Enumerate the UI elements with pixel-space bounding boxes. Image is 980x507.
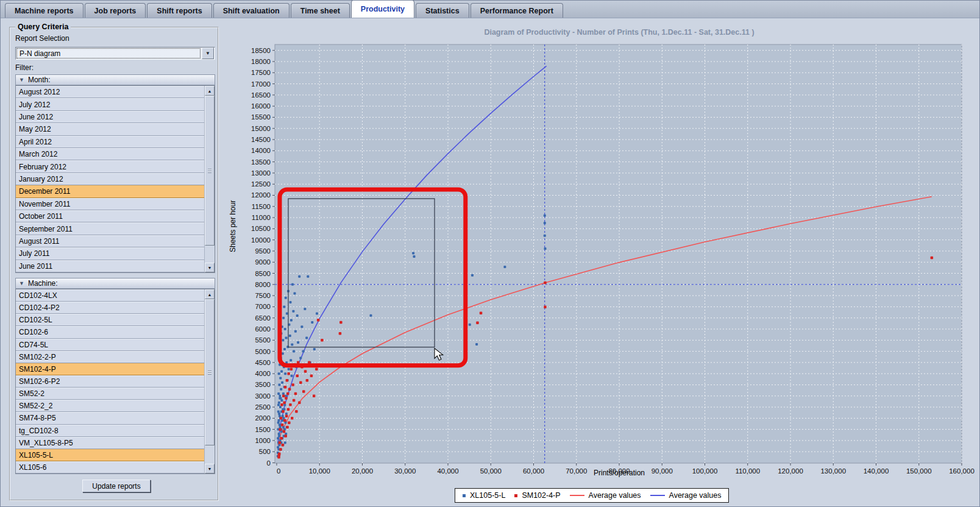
machine-section-header[interactable]: ▼ Machine:	[15, 278, 215, 289]
machine-list-scrollbar[interactable]: ▲ ▼	[204, 289, 215, 473]
scrollbar-thumb[interactable]	[205, 96, 215, 246]
app-window: Machine reportsJob reportsShift reportsS…	[0, 0, 980, 507]
month-list-item[interactable]: May 2012	[16, 123, 204, 135]
chart-legend: XL105-5-LSM102-4-PAverage valuesAverage …	[455, 488, 729, 503]
tab-time-sheet[interactable]: Time sheet	[291, 3, 350, 18]
machine-list-item[interactable]: tg_CD102-8	[16, 425, 204, 437]
scroll-up-button[interactable]: ▲	[205, 86, 215, 96]
thumb-grip-icon	[208, 370, 211, 375]
month-list-item[interactable]: October 2011	[16, 210, 204, 222]
svg-text:18000: 18000	[251, 58, 271, 65]
plot-area[interactable]	[275, 44, 962, 463]
tab-job-reports[interactable]: Job reports	[85, 3, 146, 18]
tab-machine-reports[interactable]: Machine reports	[5, 3, 83, 18]
productivity-chart[interactable]: 0500100015002000250030003500400045005000…	[225, 21, 980, 507]
month-section-header[interactable]: ▼ Month:	[15, 74, 215, 85]
svg-text:16500: 16500	[251, 91, 271, 99]
report-selection-label: Report Selection	[15, 34, 69, 43]
machine-list-item[interactable]: SM102-6-P2	[16, 375, 204, 388]
scroll-up-button[interactable]: ▲	[205, 289, 215, 299]
month-list-item[interactable]: February 2012	[16, 160, 204, 172]
x-axis-label: Prints/operation	[277, 469, 962, 477]
scroll-down-button[interactable]: ▼	[205, 464, 215, 473]
month-list-item[interactable]: November 2011	[16, 198, 204, 210]
tab-statistics[interactable]: Statistics	[416, 3, 469, 18]
update-reports-button[interactable]: Update reports	[82, 480, 151, 492]
machine-list-item[interactable]: XL105-6	[16, 461, 204, 473]
svg-text:12000: 12000	[251, 191, 271, 199]
svg-text:14000: 14000	[251, 147, 271, 154]
svg-text:6000: 6000	[255, 325, 271, 333]
machine-list-item[interactable]: SM74-8-P5	[16, 412, 204, 424]
svg-text:500: 500	[259, 448, 271, 455]
tab-productivity[interactable]: Productivity	[351, 0, 414, 18]
svg-text:0: 0	[267, 459, 271, 467]
svg-text:3500: 3500	[255, 381, 271, 388]
svg-text:17000: 17000	[251, 80, 271, 88]
report-selection-combo[interactable]: P-N diagram ▼	[15, 47, 215, 60]
svg-text:4500: 4500	[255, 359, 271, 366]
svg-text:13000: 13000	[251, 169, 271, 177]
scrollbar-thumb[interactable]	[205, 299, 215, 445]
month-list-item[interactable]: July 2011	[16, 247, 204, 260]
thumb-grip-icon	[208, 169, 211, 173]
month-list-item[interactable]: August 2011	[16, 235, 204, 247]
month-list: August 2012July 2012June 2012May 2012Apr…	[15, 85, 215, 273]
month-list-item[interactable]: August 2012	[16, 86, 204, 98]
month-list-item[interactable]: January 2012	[16, 173, 204, 185]
legend-item-xl105-5-l: XL105-5-L	[463, 491, 505, 500]
machine-list-item[interactable]: SM102-2-P	[16, 351, 204, 363]
svg-text:6500: 6500	[255, 314, 271, 322]
machine-list-item[interactable]: CD102-5L	[16, 314, 204, 326]
legend-line-icon	[570, 495, 584, 496]
month-list-item[interactable]: June 2011	[16, 260, 204, 272]
svg-text:11000: 11000	[252, 214, 271, 221]
svg-text:5500: 5500	[255, 336, 271, 344]
month-list-item[interactable]: June 2012	[16, 111, 204, 123]
month-header-label: Month:	[28, 76, 51, 84]
collapse-triangle-icon: ▼	[19, 281, 24, 286]
machine-list-item[interactable]: VM_XL105-8-P5	[16, 437, 204, 449]
svg-text:1000: 1000	[255, 437, 271, 444]
group-title: Query Criteria	[15, 23, 71, 31]
svg-text:15500: 15500	[251, 113, 271, 121]
svg-text:7000: 7000	[255, 303, 271, 310]
machine-list-item[interactable]: CD102-6	[16, 326, 204, 338]
y-axis-ticks: 0500100015002000250030003500400045005000…	[251, 47, 275, 467]
legend-item-sm102-4-p: SM102-4-P	[514, 491, 560, 500]
month-list-item[interactable]: March 2012	[16, 148, 204, 160]
tab-shift-reports[interactable]: Shift reports	[147, 3, 211, 18]
svg-text:4000: 4000	[255, 370, 271, 377]
legend-label: SM102-4-P	[522, 491, 560, 500]
svg-text:12500: 12500	[251, 180, 271, 188]
svg-text:16000: 16000	[251, 102, 271, 110]
machine-header-label: Machine:	[28, 279, 58, 288]
svg-text:8500: 8500	[255, 270, 271, 277]
month-list-item[interactable]: December 2011	[16, 185, 204, 197]
month-list-scrollbar[interactable]: ▲ ▼	[204, 86, 215, 272]
scroll-down-button[interactable]: ▼	[205, 263, 215, 272]
machine-list-item[interactable]: SM52-2_2	[16, 400, 204, 412]
legend-label: XL105-5-L	[470, 491, 505, 500]
query-sidebar: Query Criteria Report Selection P-N diag…	[5, 21, 225, 507]
legend-item-average-values: Average values	[570, 491, 641, 500]
month-list-item[interactable]: April 2012	[16, 136, 204, 148]
machine-list-item[interactable]: XL105-5-L	[16, 449, 204, 461]
legend-dot-icon	[463, 494, 466, 497]
machine-list-item[interactable]: CD74-5L	[16, 339, 204, 351]
machine-list-item[interactable]: CD102-4LX	[16, 289, 204, 302]
filter-label: Filter:	[15, 63, 34, 72]
svg-text:1500: 1500	[255, 426, 271, 433]
tab-shift-evaluation[interactable]: Shift evaluation	[213, 3, 289, 18]
chart-panel: Diagram of Productivity - Number of Prin…	[225, 21, 980, 507]
machine-list-item[interactable]: SM102-4-P	[16, 363, 204, 375]
machine-list-item[interactable]: SM52-2	[16, 388, 204, 400]
scroll-down-icon: ▼	[208, 467, 212, 471]
month-list-item[interactable]: July 2012	[16, 98, 204, 110]
tab-performance-report[interactable]: Performance Report	[470, 3, 563, 18]
combo-dropdown-button[interactable]: ▼	[202, 48, 214, 59]
month-list-item[interactable]: September 2011	[16, 222, 204, 235]
legend-item-average-values: Average values	[650, 491, 722, 500]
svg-text:9000: 9000	[255, 258, 271, 266]
machine-list-item[interactable]: CD102-4-P2	[16, 302, 204, 314]
